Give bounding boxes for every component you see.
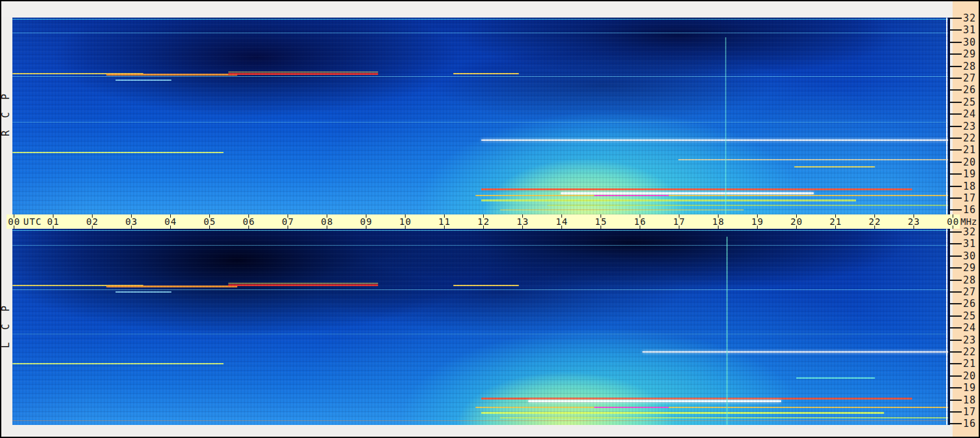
- freq-label-lcp-26: 26: [963, 298, 980, 310]
- freq-tick-lcp-22: [950, 351, 962, 353]
- time-label-14: 14: [542, 216, 582, 227]
- freq-tick-rcp-24: [950, 113, 962, 115]
- spectrogram-feature-hline-15: [561, 192, 814, 194]
- spectrogram-panel-rcp: [12, 18, 950, 215]
- freq-label-rcp-25: 25: [963, 96, 980, 108]
- freq-tick-lcp-23: [950, 340, 962, 341]
- time-label-13: 13: [503, 216, 542, 227]
- spectrogram-feature-hline-6: [453, 73, 519, 74]
- freq-axis-unit-label: MHz: [960, 216, 980, 231]
- freq-tick-rcp-30: [950, 42, 962, 43]
- spectrogram-rcp-overlay: [12, 18, 950, 215]
- spectrogram-feature-hline-8: [115, 80, 171, 81]
- time-label-20: 20: [777, 216, 816, 227]
- time-label-7: 07: [269, 216, 308, 227]
- spectrogram-feature-hline-12: [678, 159, 950, 160]
- time-label-16: 16: [621, 216, 660, 227]
- time-label-8: 08: [308, 216, 347, 227]
- freq-label-rcp-23: 23: [963, 121, 980, 132]
- spectrogram-feature-hline-20: [500, 209, 744, 211]
- spectrogram-feature-hline-38: [528, 400, 781, 402]
- time-label-18: 18: [699, 216, 738, 227]
- spectrogram-feature-hline-27: [106, 285, 237, 287]
- spectrogram-panel-lcp: [12, 229, 950, 425]
- freq-label-lcp-21: 21: [963, 358, 980, 370]
- time-axis: UTC 000102030405060708091011121314151617…: [7, 214, 960, 229]
- freq-tick-lcp-32: [950, 231, 962, 233]
- time-label-5: 05: [190, 216, 230, 227]
- freq-tick-rcp-25: [950, 102, 962, 103]
- spectrogram-feature-hline-1: [12, 33, 950, 33]
- freq-label-lcp-18: 18: [963, 394, 980, 406]
- freq-label-lcp-19: 19: [963, 382, 980, 394]
- freq-label-lcp-24: 24: [963, 322, 980, 334]
- title-bar: AJ4CO Observatory 03 Feb 2017 - DPS on T…: [1, 1, 953, 17]
- spectrogram-feature-hline-5: [228, 72, 378, 72]
- spectrogram-feature-hline-10: [12, 152, 224, 153]
- spectrogram-feature-vline-44: [726, 237, 728, 425]
- time-label-19: 19: [738, 216, 777, 227]
- spectrogram-feature-vline-22: [946, 18, 947, 215]
- freq-label-lcp-28: 28: [963, 274, 980, 286]
- spectrogram-feature-hline-39: [475, 407, 950, 408]
- freq-tick-lcp-19: [950, 387, 962, 388]
- freq-label-rcp-26: 26: [963, 84, 980, 96]
- time-label-2: 02: [73, 216, 112, 227]
- freq-tick-rcp-32: [950, 18, 962, 19]
- freq-tick-lcp-17: [950, 411, 962, 413]
- spectrogram-feature-hline-9: [12, 122, 950, 123]
- time-label-3: 03: [112, 216, 151, 227]
- freq-label-lcp-17: 17: [963, 406, 980, 418]
- spectrogram-feature-hline-30: [453, 285, 519, 286]
- freq-tick-lcp-20: [950, 375, 962, 377]
- freq-label-rcp-16: 16: [963, 204, 980, 216]
- time-label-22: 22: [855, 216, 895, 227]
- spectrogram-feature-hline-17: [594, 195, 669, 196]
- time-label-15: 15: [582, 216, 621, 227]
- spectrogram-lcp-overlay: [12, 229, 950, 425]
- freq-tick-lcp-21: [950, 363, 962, 364]
- freq-tick-rcp-26: [950, 89, 962, 91]
- freq-tick-rcp-19: [950, 173, 962, 175]
- time-label-11: 11: [425, 216, 464, 227]
- freq-tick-rcp-29: [950, 53, 962, 55]
- freq-tick-lcp-16: [950, 423, 962, 424]
- freq-label-rcp-24: 24: [963, 108, 980, 120]
- freq-label-lcp-22: 22: [963, 346, 980, 358]
- spectrogram-feature-hline-13: [794, 166, 875, 168]
- time-label-21: 21: [816, 216, 855, 227]
- freq-tick-rcp-17: [950, 197, 962, 199]
- spectrogram-feature-hline-14: [481, 188, 912, 190]
- freq-label-rcp-29: 29: [963, 48, 980, 60]
- freq-label-lcp-29: 29: [963, 262, 980, 274]
- spectrogram-feature-hline-7: [12, 76, 950, 77]
- freq-tick-lcp-24: [950, 327, 962, 328]
- time-label-6: 06: [230, 216, 269, 227]
- spectrogram-feature-hline-31: [12, 289, 950, 290]
- spectrogram-feature-hline-3: [106, 74, 237, 76]
- freq-label-rcp-21: 21: [963, 144, 980, 156]
- freq-tick-lcp-25: [950, 315, 962, 317]
- spectrogram-feature-hline-24: [12, 230, 950, 231]
- freq-label-lcp-30: 30: [963, 250, 980, 262]
- spectrogram-feature-hline-33: [12, 334, 950, 334]
- freq-label-rcp-28: 28: [963, 61, 980, 72]
- freq-tick-lcp-27: [950, 291, 962, 293]
- freq-label-rcp-17: 17: [963, 192, 980, 204]
- spectrogram-feature-vline-21: [725, 37, 726, 215]
- freq-tick-lcp-30: [950, 256, 962, 257]
- freq-label-rcp-32: 32: [963, 12, 980, 24]
- freq-tick-rcp-18: [950, 186, 962, 187]
- spectrogram-feature-hline-25: [12, 245, 950, 246]
- freq-label-rcp-30: 30: [963, 36, 980, 48]
- time-label-12: 12: [464, 216, 503, 227]
- time-label-10: 10: [386, 216, 425, 227]
- freq-label-lcp-23: 23: [963, 334, 980, 346]
- spectrogram-feature-hline-11: [481, 139, 950, 141]
- spectrogram-feature-hline-4: [228, 73, 378, 75]
- freq-tick-lcp-29: [950, 267, 962, 269]
- freq-label-rcp-27: 27: [963, 72, 980, 84]
- spectrogram-feature-hline-16: [475, 195, 950, 196]
- freq-tick-rcp-22: [950, 138, 962, 139]
- freq-label-rcp-22: 22: [963, 132, 980, 144]
